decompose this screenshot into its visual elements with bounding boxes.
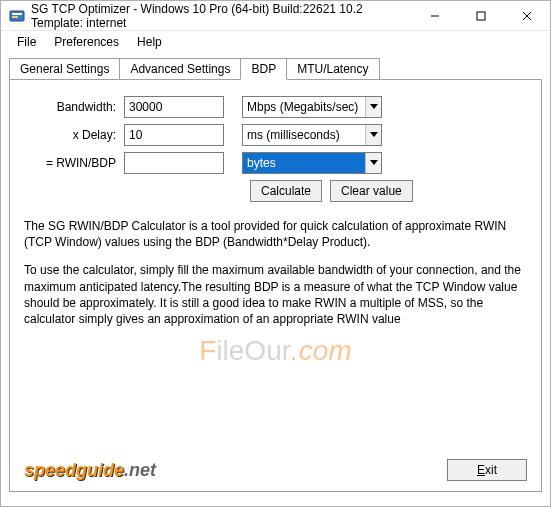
content-area: General Settings Advanced Settings BDP M… — [1, 53, 550, 500]
svg-marker-7 — [370, 104, 378, 109]
description-p2: To use the calculator, simply fill the m… — [24, 262, 527, 327]
tab-advanced[interactable]: Advanced Settings — [119, 58, 241, 79]
minimize-button[interactable] — [412, 1, 458, 31]
delay-unit-text: ms (milliseconds) — [243, 128, 365, 142]
menu-file[interactable]: File — [9, 33, 44, 51]
description-p1: The SG RWIN/BDP Calculator is a tool pro… — [24, 218, 527, 250]
app-icon — [9, 8, 25, 24]
svg-marker-8 — [370, 132, 378, 137]
maximize-button[interactable] — [458, 1, 504, 31]
chevron-down-icon — [365, 125, 381, 145]
menu-bar: File Preferences Help — [1, 31, 550, 53]
watermark-part3: .com — [291, 335, 352, 366]
bandwidth-input[interactable] — [124, 96, 224, 118]
title-bar: SG TCP Optimizer - Windows 10 Pro (64-bi… — [1, 1, 550, 31]
watermark: FileOur.com — [199, 335, 352, 367]
rwin-unit-select[interactable]: bytes — [242, 152, 382, 174]
rwin-unit-text: bytes — [243, 156, 365, 170]
calculate-button[interactable]: Calculate — [250, 180, 322, 202]
chevron-down-icon — [365, 153, 381, 173]
close-button[interactable] — [504, 1, 550, 31]
exit-label-rest: xit — [485, 463, 497, 477]
tab-body-bdp: Bandwidth: Mbps (Megabits/sec) x Delay: … — [9, 79, 542, 492]
svg-rect-1 — [12, 13, 22, 15]
brand-part2: .net — [124, 460, 156, 480]
bandwidth-unit-text: Mbps (Megabits/sec) — [243, 100, 365, 114]
description: The SG RWIN/BDP Calculator is a tool pro… — [24, 218, 527, 327]
chevron-down-icon — [365, 97, 381, 117]
menu-preferences[interactable]: Preferences — [46, 33, 127, 51]
row-bandwidth: Bandwidth: Mbps (Megabits/sec) — [24, 96, 527, 118]
window-title: SG TCP Optimizer - Windows 10 Pro (64-bi… — [31, 2, 412, 30]
rwin-label: = RWIN/BDP — [24, 156, 124, 170]
tab-mtu[interactable]: MTU/Latency — [286, 58, 379, 79]
bandwidth-label: Bandwidth: — [24, 100, 124, 114]
svg-marker-9 — [370, 160, 378, 165]
delay-label: x Delay: — [24, 128, 124, 142]
delay-unit-select[interactable]: ms (milliseconds) — [242, 124, 382, 146]
svg-rect-4 — [477, 12, 485, 20]
tab-general[interactable]: General Settings — [9, 58, 120, 79]
exit-button[interactable]: Exit — [447, 459, 527, 481]
tab-bdp[interactable]: BDP — [240, 58, 287, 80]
tab-strip: General Settings Advanced Settings BDP M… — [9, 57, 542, 79]
delay-input[interactable] — [124, 124, 224, 146]
rwin-input[interactable] — [124, 152, 224, 174]
watermark-part1: F — [199, 335, 216, 366]
bandwidth-unit-select[interactable]: Mbps (Megabits/sec) — [242, 96, 382, 118]
menu-help[interactable]: Help — [129, 33, 170, 51]
footer: speedguide.net Exit — [24, 459, 527, 481]
row-delay: x Delay: ms (milliseconds) — [24, 124, 527, 146]
brand-part1: speedguide — [24, 460, 124, 480]
watermark-part2: ileOur — [216, 335, 291, 366]
svg-rect-2 — [12, 16, 18, 18]
button-row: Calculate Clear value — [250, 180, 527, 202]
brand-logo: speedguide.net — [24, 460, 156, 481]
row-rwin: = RWIN/BDP bytes — [24, 152, 527, 174]
clear-button[interactable]: Clear value — [330, 180, 413, 202]
